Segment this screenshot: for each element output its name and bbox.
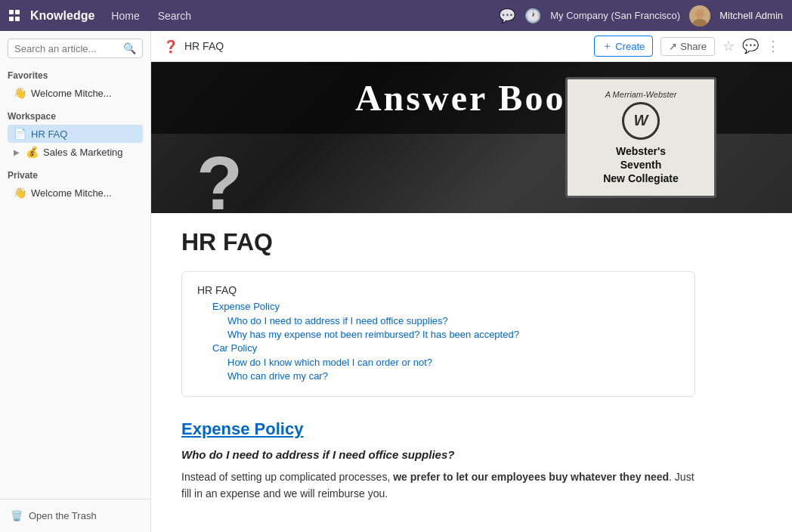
- favorites-section: Favorites 👋 Welcome Mitche...: [0, 64, 150, 105]
- breadcrumb-bar: ❓ HR FAQ ＋ Create ↗ Share ☆ 💬 ⋮: [151, 31, 792, 62]
- toc-root: HR FAQ: [197, 284, 679, 296]
- sidebar-item-sales-marketing-label: Sales & Marketing: [43, 147, 123, 158]
- article-title: HR FAQ: [181, 228, 695, 256]
- sidebar-item-private-1[interactable]: 👋 Welcome Mitche...: [8, 184, 143, 202]
- clock-icon[interactable]: 🕐: [524, 8, 541, 24]
- share-icon: ↗: [669, 41, 677, 52]
- toc-l3-office-supplies[interactable]: Who do I need to address if I need offic…: [227, 315, 679, 326]
- nav-left: Knowledge Home Search: [9, 7, 199, 25]
- question-mark-visual: ?: [196, 145, 243, 213]
- private-label: Private: [8, 170, 143, 181]
- app-title: Knowledge: [30, 9, 94, 23]
- para-bold: we prefer to let our employees buy whate…: [393, 471, 669, 483]
- para-start: Instead of setting up complicated proces…: [181, 471, 393, 483]
- breadcrumb: HR FAQ: [184, 40, 224, 52]
- trash-icon: 🗑️: [11, 510, 23, 521]
- private-section: Private 👋 Welcome Mitche...: [0, 164, 150, 205]
- nav-right: 💬 🕐 My Company (San Francisco) Mitchell …: [499, 5, 783, 26]
- svg-point-0: [695, 9, 704, 18]
- favorites-label: Favorites: [8, 70, 143, 81]
- expense-para: Instead of setting up complicated proces…: [181, 469, 695, 503]
- nav-home[interactable]: Home: [104, 7, 147, 25]
- trash-label: Open the Trash: [29, 510, 97, 521]
- workspace-section: Workspace 📄 HR FAQ ▶ 💰 Sales & Marketing: [0, 105, 150, 164]
- book-subtitle: A Merriam-Webster: [605, 90, 677, 99]
- article-body: HR FAQ HR FAQ Expense Policy Who do I ne…: [151, 213, 725, 532]
- chat-icon[interactable]: 💬: [499, 8, 515, 24]
- breadcrumb-left: ❓ HR FAQ: [163, 39, 224, 54]
- search-input[interactable]: [14, 43, 119, 54]
- toc-l2-car-policy[interactable]: Car Policy: [212, 342, 679, 354]
- open-trash-link[interactable]: 🗑️ Open the Trash: [8, 507, 143, 524]
- toc-l3-car-model[interactable]: How do I know which model I can order or…: [227, 357, 679, 368]
- sidebar-item-favorites-1-label: Welcome Mitche...: [31, 88, 112, 99]
- main-layout: 🔍 Favorites 👋 Welcome Mitche... Workspac…: [0, 31, 792, 532]
- toc-l3-car-drive[interactable]: Who can drive my car?: [227, 370, 679, 382]
- article-question-icon: ❓: [163, 39, 178, 54]
- company-name: My Company (San Francisco): [550, 10, 680, 21]
- wave-icon-2: 👋: [14, 187, 26, 199]
- sidebar-footer: 🗑️ Open the Trash: [0, 499, 150, 532]
- toc-box: HR FAQ Expense Policy Who do I need to a…: [181, 271, 695, 397]
- office-supplies-subheading: Who do I need to address if I need offic…: [181, 448, 695, 461]
- nav-search[interactable]: Search: [150, 7, 199, 25]
- create-button[interactable]: ＋ Create: [594, 36, 653, 57]
- sidebar-item-sales-marketing[interactable]: ▶ 💰 Sales & Marketing: [8, 143, 143, 161]
- avatar[interactable]: [689, 5, 710, 26]
- sidebar-item-hr-faq-label: HR FAQ: [31, 128, 67, 140]
- sidebar-item-favorites-1[interactable]: 👋 Welcome Mitche...: [8, 84, 143, 102]
- article-hero: Answer Book ? A Merriam-Webster W Webste…: [151, 62, 792, 213]
- book-title: Webster's Seventh New Collegiate: [603, 144, 679, 186]
- search-area: 🔍: [0, 31, 150, 64]
- content-area: ❓ HR FAQ ＋ Create ↗ Share ☆ 💬 ⋮: [151, 31, 792, 532]
- svg-point-1: [692, 19, 707, 26]
- comment-icon[interactable]: 💬: [742, 38, 759, 54]
- expand-arrow-icon: ▶: [14, 148, 20, 156]
- top-navigation: Knowledge Home Search 💬 🕐 My Company (Sa…: [0, 0, 792, 31]
- search-box[interactable]: 🔍: [8, 39, 143, 58]
- sidebar-item-private-1-label: Welcome Mitche...: [31, 187, 112, 199]
- apps-icon[interactable]: [9, 10, 21, 22]
- workspace-label: Workspace: [8, 111, 143, 122]
- money-icon: 💰: [26, 146, 39, 158]
- wave-icon: 👋: [14, 87, 26, 99]
- book-visual: A Merriam-Webster W Webster's Seventh Ne…: [565, 77, 716, 198]
- sidebar: 🔍 Favorites 👋 Welcome Mitche... Workspac…: [0, 31, 151, 532]
- toc-l3-reimbursed[interactable]: Why has my expense not been reimbursed? …: [227, 329, 679, 340]
- expense-policy-heading[interactable]: Expense Policy: [181, 419, 695, 439]
- share-button[interactable]: ↗ Share: [661, 37, 715, 56]
- user-name: Mitchell Admin: [719, 10, 783, 21]
- search-icon[interactable]: 🔍: [123, 42, 136, 54]
- star-icon[interactable]: ☆: [722, 38, 735, 54]
- breadcrumb-right: ＋ Create ↗ Share ☆ 💬 ⋮: [594, 36, 780, 57]
- plus-icon: ＋: [602, 39, 612, 53]
- nav-links: Home Search: [104, 7, 199, 25]
- doc-icon: 📄: [14, 128, 26, 140]
- toc-l2-expense[interactable]: Expense Policy: [212, 301, 679, 312]
- article-content: Answer Book ? A Merriam-Webster W Webste…: [151, 62, 792, 532]
- hero-overlay: Answer Book ? A Merriam-Webster W Webste…: [151, 62, 792, 213]
- sidebar-item-hr-faq[interactable]: 📄 HR FAQ: [8, 125, 143, 143]
- book-circle-logo: W: [622, 102, 660, 140]
- more-options-icon[interactable]: ⋮: [766, 38, 780, 54]
